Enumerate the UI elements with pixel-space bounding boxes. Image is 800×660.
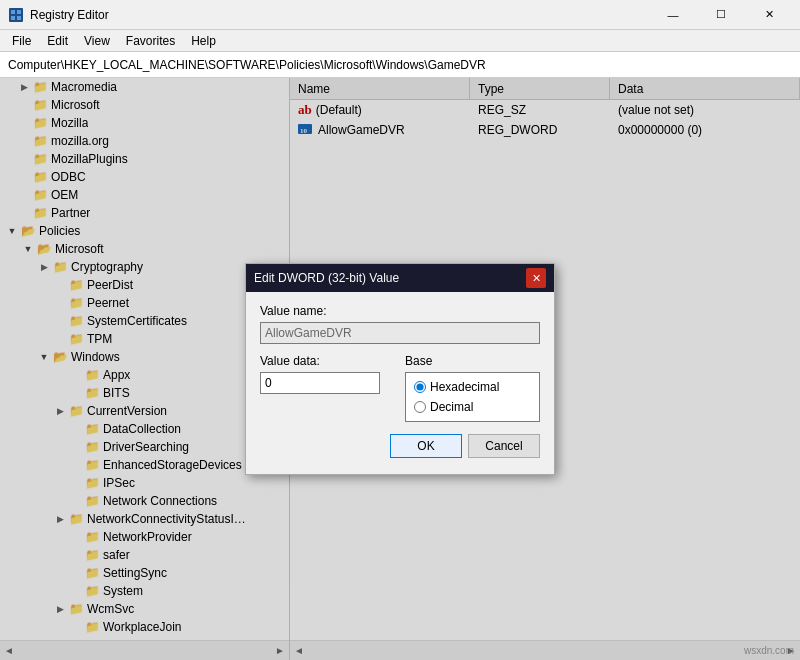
window-title: Registry Editor	[30, 8, 109, 22]
address-text: Computer\HKEY_LOCAL_MACHINE\SOFTWARE\Pol…	[8, 58, 486, 72]
svg-rect-2	[17, 10, 21, 14]
minimize-button[interactable]: —	[650, 1, 696, 29]
dialog-body: Value name: Value data: Base Hexadecimal	[246, 292, 554, 474]
dialog-title: Edit DWORD (32-bit) Value	[254, 271, 399, 285]
close-button[interactable]: ✕	[746, 1, 792, 29]
dialog-titlebar: Edit DWORD (32-bit) Value ✕	[246, 264, 554, 292]
dialog-data-row: Value data: Base Hexadecimal	[260, 354, 540, 422]
value-name-label: Value name:	[260, 304, 540, 318]
radio-decimal-input[interactable]	[414, 401, 426, 413]
radio-decimal[interactable]: Decimal	[414, 397, 531, 417]
value-name-input[interactable]	[260, 322, 540, 344]
svg-rect-3	[11, 16, 15, 20]
menu-file[interactable]: File	[4, 32, 39, 50]
dialog-data-col: Value data:	[260, 354, 395, 422]
base-radio-group: Hexadecimal Decimal	[405, 372, 540, 422]
radio-hexadecimal[interactable]: Hexadecimal	[414, 377, 531, 397]
value-data-input[interactable]	[260, 372, 380, 394]
svg-rect-4	[17, 16, 21, 20]
menu-help[interactable]: Help	[183, 32, 224, 50]
title-bar: Registry Editor — ☐ ✕	[0, 0, 800, 30]
dialog-ok-button[interactable]: OK	[390, 434, 462, 458]
modal-overlay: Edit DWORD (32-bit) Value ✕ Value name: …	[0, 78, 800, 660]
svg-rect-1	[11, 10, 15, 14]
radio-hexadecimal-input[interactable]	[414, 381, 426, 393]
dialog-buttons: OK Cancel	[260, 434, 540, 462]
radio-decimal-label: Decimal	[430, 400, 473, 414]
edit-dword-dialog: Edit DWORD (32-bit) Value ✕ Value name: …	[245, 263, 555, 475]
title-bar-controls: — ☐ ✕	[650, 1, 792, 29]
menu-view[interactable]: View	[76, 32, 118, 50]
base-label: Base	[405, 354, 540, 368]
title-bar-left: Registry Editor	[8, 7, 109, 23]
app-icon	[8, 7, 24, 23]
radio-hexadecimal-label: Hexadecimal	[430, 380, 499, 394]
menu-bar: File Edit View Favorites Help	[0, 30, 800, 52]
menu-edit[interactable]: Edit	[39, 32, 76, 50]
menu-favorites[interactable]: Favorites	[118, 32, 183, 50]
dialog-base-col: Base Hexadecimal Decimal	[405, 354, 540, 422]
maximize-button[interactable]: ☐	[698, 1, 744, 29]
value-data-label: Value data:	[260, 354, 395, 368]
main-content: ▶ 📁 Macromedia 📁 Microsoft 📁 Mozilla 📁 m…	[0, 78, 800, 660]
dialog-cancel-button[interactable]: Cancel	[468, 434, 540, 458]
dialog-close-button[interactable]: ✕	[526, 268, 546, 288]
address-bar: Computer\HKEY_LOCAL_MACHINE\SOFTWARE\Pol…	[0, 52, 800, 78]
